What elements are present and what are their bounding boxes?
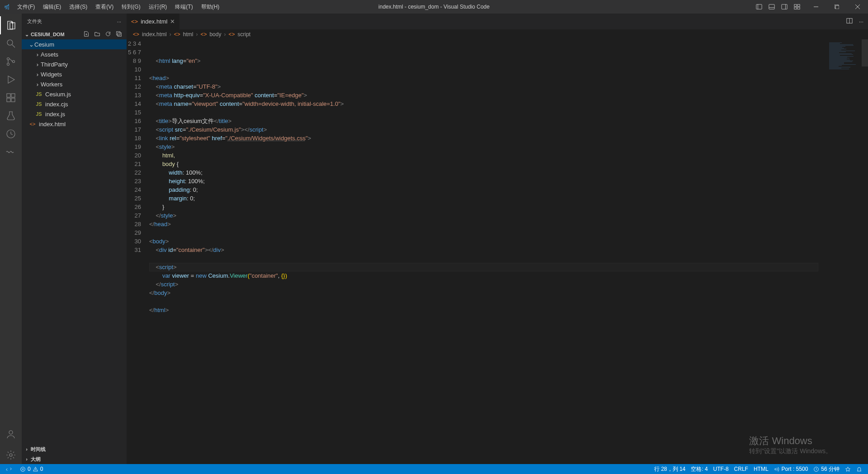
tree-label: Cesium.js — [45, 91, 71, 98]
outline-header[interactable]: ›大纲 — [22, 454, 127, 464]
encoding-indicator[interactable]: UTF-8 — [711, 464, 731, 474]
customize-layout-icon[interactable] — [794, 4, 800, 10]
tab-index-html[interactable]: <> index.html ✕ — [127, 14, 180, 29]
activity-testing-icon[interactable] — [0, 107, 22, 125]
remote-indicator[interactable] — [4, 464, 14, 474]
tree-folder[interactable]: ›ThirdParty — [22, 59, 127, 69]
close-button[interactable] — [847, 0, 868, 14]
svg-line-16 — [12, 45, 15, 47]
js-file-icon: JS — [35, 100, 42, 108]
tree-file[interactable]: JSCesium.js — [22, 89, 127, 99]
eol-indicator[interactable]: CRLF — [732, 464, 750, 474]
code-content[interactable]: <html lang="en"> <head> <meta charset="U… — [149, 39, 868, 464]
split-editor-icon[interactable] — [846, 18, 853, 25]
activity-scm-icon[interactable] — [0, 52, 22, 71]
tab-bar: <> index.html ✕ ··· — [127, 14, 868, 29]
refresh-icon[interactable] — [105, 31, 111, 38]
window-controls — [806, 0, 868, 14]
activity-extensions-icon[interactable] — [0, 89, 22, 107]
chevron-down-icon: ⌄ — [24, 32, 30, 38]
tree-label: Cesium — [34, 41, 54, 48]
svg-point-15 — [7, 40, 13, 45]
close-icon[interactable]: ✕ — [170, 18, 175, 25]
menu-help[interactable]: 帮助(H) — [198, 1, 223, 13]
minimize-button[interactable] — [806, 0, 826, 14]
folder-root-header[interactable]: ⌄ CESIUM_DOM — [22, 29, 127, 39]
toggle-primary-sidebar-icon[interactable] — [756, 4, 762, 10]
cursor-position[interactable]: 行 28，列 14 — [652, 464, 688, 474]
timeline-label: 时间线 — [31, 446, 46, 453]
timeline-header[interactable]: ›时间线 — [22, 444, 127, 454]
code-editor[interactable]: 2 3 4 5 6 7 8 9 10 11 12 13 14 15 16 17 … — [127, 39, 868, 464]
live-server-indicator[interactable]: Port : 5500 — [772, 464, 811, 474]
menu-terminal[interactable]: 终端(T) — [171, 1, 196, 13]
new-folder-icon[interactable] — [94, 31, 100, 38]
tree-file-index-html[interactable]: <>index.html — [22, 119, 127, 129]
window-title: index.html - cesium_dom - Visual Studio … — [378, 4, 490, 10]
language-indicator[interactable]: HTML — [751, 464, 771, 474]
activity-explorer-icon[interactable] — [0, 16, 22, 34]
scrollbar[interactable] — [862, 39, 868, 464]
menu-view[interactable]: 查看(V) — [92, 1, 117, 13]
breadcrumb-item[interactable]: script — [237, 31, 250, 38]
html-file-icon: <> — [131, 18, 138, 25]
tab-label: index.html — [141, 18, 167, 25]
feedback-icon[interactable] — [843, 464, 853, 474]
editor-group: <> index.html ✕ ··· <> index.html› <> ht… — [127, 14, 868, 464]
root-label: CESIUM_DOM — [31, 32, 65, 37]
line-gutter: 2 3 4 5 6 7 8 9 10 11 12 13 14 15 16 17 … — [127, 39, 149, 464]
activity-search-icon[interactable] — [0, 34, 22, 52]
more-icon[interactable]: ··· — [117, 19, 121, 24]
activity-history-icon[interactable] — [0, 125, 22, 143]
chevron-right-icon: › — [34, 61, 41, 68]
sidebar-title: 文件夹 ··· — [22, 14, 127, 29]
js-file-icon: JS — [35, 90, 42, 98]
activity-debug-icon[interactable] — [0, 71, 22, 89]
breadcrumb-item[interactable]: html — [183, 31, 193, 38]
menu-edit[interactable]: 编辑(E) — [39, 1, 65, 13]
svg-marker-20 — [8, 76, 14, 83]
tree-file[interactable]: JSindex.cjs — [22, 99, 127, 109]
sidebar-title-label: 文件夹 — [27, 18, 42, 25]
toggle-panel-icon[interactable] — [769, 4, 775, 10]
title-bar: 文件(F) 编辑(E) 选择(S) 查看(V) 转到(G) 运行(R) 终端(T… — [0, 0, 868, 14]
minimap[interactable] — [816, 39, 862, 464]
maximize-button[interactable] — [826, 0, 847, 14]
collapse-all-icon[interactable] — [116, 31, 122, 38]
tree-file[interactable]: JSindex.js — [22, 109, 127, 119]
svg-rect-21 — [7, 94, 10, 97]
more-actions-icon[interactable]: ··· — [859, 19, 863, 25]
tree-folder-cesium[interactable]: ⌄ Cesium — [22, 39, 127, 49]
tree-folder[interactable]: ›Assets — [22, 49, 127, 59]
tag-icon: <> — [200, 31, 207, 38]
tree-folder[interactable]: ›Workers — [22, 79, 127, 89]
new-file-icon[interactable] — [83, 31, 90, 38]
toggle-secondary-sidebar-icon[interactable] — [781, 4, 788, 10]
layout-controls — [756, 0, 800, 14]
menu-select[interactable]: 选择(S) — [66, 1, 91, 13]
time-tracker[interactable]: 56 分钟 — [811, 464, 842, 474]
chevron-right-icon: › — [24, 446, 30, 452]
menu-run[interactable]: 运行(R) — [145, 1, 171, 13]
scrollbar-thumb[interactable] — [862, 39, 868, 66]
svg-rect-22 — [11, 94, 15, 97]
indent-indicator[interactable]: 空格: 4 — [689, 464, 710, 474]
notifications-icon[interactable] — [854, 464, 864, 474]
menu-file[interactable]: 文件(F) — [14, 1, 38, 13]
breadcrumb-item[interactable]: index.html — [142, 31, 167, 38]
breadcrumb[interactable]: <> index.html› <> html› <> body› <> scri… — [127, 29, 868, 39]
breadcrumb-item[interactable]: body — [209, 31, 221, 38]
problems-indicator[interactable]: 0 0 — [18, 464, 45, 474]
chevron-right-icon: › — [34, 51, 41, 58]
activity-wave-icon[interactable] — [0, 143, 22, 161]
tree-label: Assets — [41, 51, 58, 58]
activity-settings-icon[interactable] — [0, 446, 22, 464]
tree-label: index.js — [45, 111, 65, 118]
svg-rect-2 — [769, 5, 774, 9]
outline-label: 大纲 — [31, 456, 41, 463]
svg-rect-31 — [118, 33, 121, 36]
menu-goto[interactable]: 转到(G) — [118, 1, 144, 13]
tree-label: ThirdParty — [41, 61, 68, 68]
tree-folder[interactable]: ›Widgets — [22, 69, 127, 79]
activity-account-icon[interactable] — [0, 425, 22, 443]
